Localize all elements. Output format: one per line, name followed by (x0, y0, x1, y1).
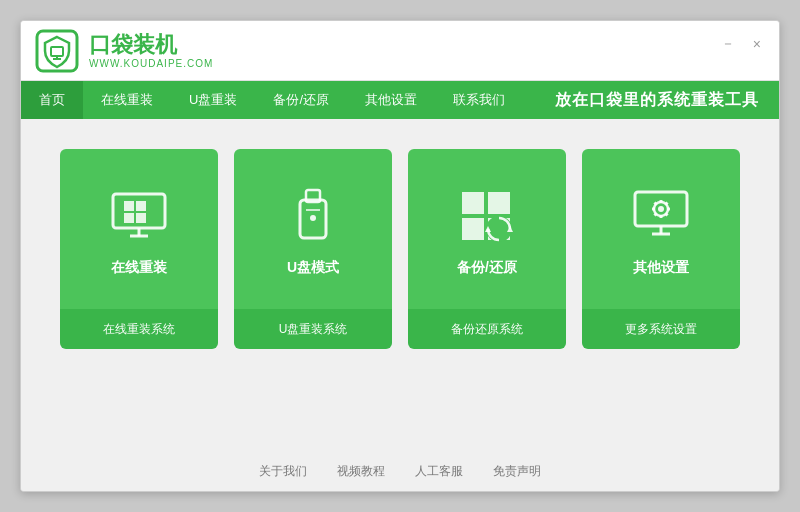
svg-point-24 (658, 206, 664, 212)
card-backup-restore-top: 备份/还原 (408, 149, 566, 309)
card-usb-mode[interactable]: U盘模式 U盘重装系统 (234, 149, 392, 349)
nav-item-home[interactable]: 首页 (21, 81, 83, 119)
footer-link-about[interactable]: 关于我们 (259, 463, 307, 480)
title-text: 口袋装机 WWW.KOUDAIPE.COM (89, 32, 213, 69)
app-window: 口袋装机 WWW.KOUDAIPE.COM － × 首页 在线重装 U盘重装 备… (20, 20, 780, 492)
card-usb-mode-bottom: U盘重装系统 (234, 309, 392, 349)
card-other-settings-top: 其他设置 (582, 149, 740, 309)
svg-line-30 (665, 213, 667, 215)
svg-point-13 (310, 215, 316, 221)
card-other-settings-sublabel: 更多系统设置 (625, 321, 697, 338)
card-usb-mode-label: U盘模式 (287, 259, 339, 277)
card-usb-mode-sublabel: U盘重装系统 (279, 321, 348, 338)
svg-rect-8 (136, 213, 146, 223)
svg-line-32 (655, 213, 657, 215)
window-controls: － × (717, 35, 765, 53)
svg-rect-17 (462, 218, 484, 240)
svg-rect-16 (488, 192, 510, 214)
nav-bar: 首页 在线重装 U盘重装 备份/还原 其他设置 联系我们 放在口袋里的系统重装工… (21, 81, 779, 119)
app-name: 口袋装机 (89, 32, 213, 58)
nav-item-online-reinstall[interactable]: 在线重装 (83, 81, 171, 119)
nav-item-contact[interactable]: 联系我们 (435, 81, 523, 119)
svg-rect-6 (136, 201, 146, 211)
card-online-reinstall[interactable]: 在线重装 在线重装系统 (60, 149, 218, 349)
card-online-reinstall-bottom: 在线重装系统 (60, 309, 218, 349)
card-other-settings-label: 其他设置 (633, 259, 689, 277)
close-button[interactable]: × (749, 35, 765, 53)
footer-link-video[interactable]: 视频教程 (337, 463, 385, 480)
usb-icon (283, 187, 343, 247)
card-other-settings-bottom: 更多系统设置 (582, 309, 740, 349)
footer-link-disclaimer[interactable]: 免责声明 (493, 463, 541, 480)
nav-item-backup-restore[interactable]: 备份/还原 (255, 81, 347, 119)
main-content: 在线重装 在线重装系统 (21, 119, 779, 451)
nav-item-settings[interactable]: 其他设置 (347, 81, 435, 119)
svg-rect-15 (462, 192, 484, 214)
card-online-reinstall-sublabel: 在线重装系统 (103, 321, 175, 338)
card-backup-restore-label: 备份/还原 (457, 259, 517, 277)
card-usb-mode-top: U盘模式 (234, 149, 392, 309)
card-backup-restore[interactable]: 备份/还原 备份还原系统 (408, 149, 566, 349)
nav-item-usb-reinstall[interactable]: U盘重装 (171, 81, 255, 119)
monitor-icon (109, 187, 169, 247)
title-bar: 口袋装机 WWW.KOUDAIPE.COM － × (21, 21, 779, 81)
svg-line-31 (665, 203, 667, 205)
svg-rect-5 (124, 201, 134, 211)
card-online-reinstall-top: 在线重装 (60, 149, 218, 309)
cards-row: 在线重装 在线重装系统 (60, 149, 740, 349)
card-other-settings[interactable]: 其他设置 更多系统设置 (582, 149, 740, 349)
minimize-button[interactable]: － (717, 35, 739, 53)
footer: 关于我们 视频教程 人工客服 免责声明 (21, 451, 779, 491)
nav-slogan: 放在口袋里的系统重装工具 (555, 81, 779, 119)
card-backup-restore-bottom: 备份还原系统 (408, 309, 566, 349)
windows-restore-icon (457, 187, 517, 247)
svg-point-19 (486, 216, 512, 242)
app-url: WWW.KOUDAIPE.COM (89, 58, 213, 69)
svg-line-29 (655, 203, 657, 205)
footer-link-support[interactable]: 人工客服 (415, 463, 463, 480)
card-backup-restore-sublabel: 备份还原系统 (451, 321, 523, 338)
monitor-gear-icon (631, 187, 691, 247)
card-online-reinstall-label: 在线重装 (111, 259, 167, 277)
svg-rect-7 (124, 213, 134, 223)
app-logo-icon (35, 29, 79, 73)
svg-rect-1 (51, 47, 63, 56)
